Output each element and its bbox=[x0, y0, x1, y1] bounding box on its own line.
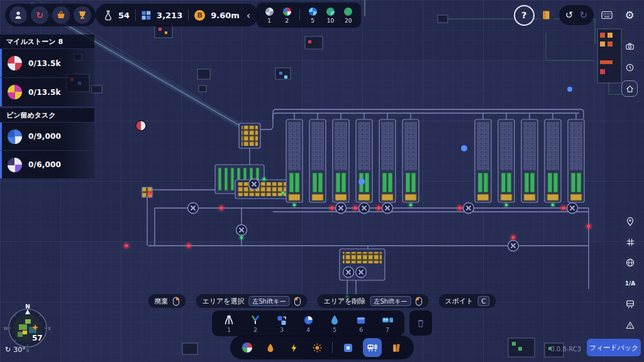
tool-hotkey: 7 bbox=[386, 327, 389, 333]
help-button[interactable]: ? bbox=[515, 6, 533, 25]
pinned-tasks-header: ピン留めタスク bbox=[0, 108, 94, 122]
trophy-icon bbox=[77, 10, 87, 20]
rotation-indicator[interactable]: ↻ 30° bbox=[5, 346, 26, 354]
task-progress: 0/9,000 bbox=[28, 132, 61, 141]
train-wagons-icon bbox=[382, 314, 394, 326]
milestone-item[interactable]: 0/13.5k bbox=[0, 78, 94, 106]
multiplier-option-10[interactable]: 10 bbox=[325, 6, 336, 24]
dock-heat-button[interactable] bbox=[309, 339, 325, 356]
version-label: 0.0.8-RC3 bbox=[550, 346, 581, 353]
belts-icon bbox=[223, 314, 235, 326]
rotator-icon bbox=[276, 314, 287, 326]
dock-shapes-button[interactable] bbox=[239, 339, 255, 356]
hint-key-badge: 左Shiftキー bbox=[249, 296, 290, 306]
achievements-button[interactable] bbox=[74, 6, 91, 24]
grid-icon bbox=[626, 238, 635, 247]
photo-mode-button[interactable] bbox=[621, 38, 638, 54]
blueprint-coin-icon: B bbox=[194, 10, 205, 21]
shapes-count-value: 3,213 bbox=[157, 11, 182, 20]
research-flask-icon bbox=[104, 10, 113, 21]
trash-tool[interactable] bbox=[409, 310, 432, 336]
location-pin-icon bbox=[625, 216, 635, 227]
multiplier-option-5[interactable]: 5 bbox=[308, 6, 318, 24]
tool-hotkey: 1 bbox=[227, 327, 231, 333]
tool-cutters[interactable]: 4 bbox=[295, 312, 321, 334]
trains-overlay-button[interactable] bbox=[621, 295, 639, 313]
compass-south-label: S bbox=[26, 348, 30, 353]
pinned-tasks-panel: ピン留めタスク 0/9,000 0/6,000 bbox=[0, 108, 94, 178]
tool-hotkey: 4 bbox=[306, 327, 310, 333]
tool-storage[interactable]: 6 bbox=[348, 312, 374, 334]
multiplier-count: 20 bbox=[345, 18, 352, 24]
resource-counters: 54 3,213 B 9.60m ‹ bbox=[96, 4, 258, 26]
waypoints-button[interactable] bbox=[621, 212, 639, 230]
view-tools bbox=[621, 38, 638, 97]
tool-transport[interactable]: 1 bbox=[216, 312, 242, 334]
dock-trains-button[interactable] bbox=[363, 338, 382, 357]
basket-icon bbox=[56, 10, 66, 20]
grid-toggle-button[interactable] bbox=[621, 233, 639, 251]
feedback-button[interactable]: フィードバック bbox=[587, 339, 641, 356]
shape-icon bbox=[264, 6, 275, 17]
dock-fluids-button[interactable] bbox=[262, 339, 279, 356]
home-button[interactable] bbox=[621, 80, 638, 97]
multiplier-option-20[interactable]: 20 bbox=[343, 6, 353, 24]
crate-icon bbox=[355, 314, 367, 326]
sun-icon bbox=[312, 343, 323, 353]
restart-button[interactable]: ↻ bbox=[31, 6, 48, 24]
tool-rotators[interactable]: 3 bbox=[269, 312, 295, 334]
wiki-button[interactable] bbox=[537, 6, 555, 25]
shape-icon bbox=[308, 6, 318, 17]
history-controls: ↺ ↻ bbox=[559, 5, 594, 25]
milestone-item[interactable]: 0/13.5k bbox=[0, 49, 94, 77]
dock-platform-button[interactable] bbox=[340, 339, 356, 356]
shop-button[interactable] bbox=[52, 6, 70, 24]
tool-shapes[interactable]: 2 bbox=[242, 312, 269, 334]
rotate-icon: ↻ bbox=[36, 10, 43, 20]
settings-button[interactable]: ⚙ bbox=[620, 6, 639, 25]
dock-library-button[interactable] bbox=[389, 339, 405, 356]
research-points-value: 54 bbox=[118, 11, 130, 20]
globe-view-button[interactable] bbox=[621, 254, 639, 272]
currency-value: 9.60m bbox=[211, 11, 240, 20]
shortcuts-button[interactable] bbox=[597, 6, 616, 25]
undo-icon[interactable]: ↺ bbox=[565, 9, 574, 21]
tool-hotkey: 3 bbox=[280, 327, 284, 333]
fluid-drop-icon bbox=[265, 343, 275, 353]
player-button[interactable] bbox=[9, 6, 27, 24]
alerts-button[interactable] bbox=[621, 316, 639, 334]
mouse-right-click-icon bbox=[172, 297, 179, 306]
history-button[interactable] bbox=[621, 59, 638, 75]
train-icon bbox=[625, 299, 635, 309]
collapse-chevron[interactable]: ‹ bbox=[245, 9, 251, 21]
milestone-shape-icon bbox=[6, 55, 23, 72]
hotkey-hints: 廃棄 エリアを選択 左Shiftキー エリアを削除 左Shiftキー スポイト … bbox=[148, 294, 496, 308]
dock-energy-button[interactable] bbox=[286, 339, 302, 356]
multiplier-option-2[interactable]: 2 bbox=[282, 6, 292, 24]
compass-north-label: N bbox=[25, 304, 30, 310]
camera-icon bbox=[625, 42, 635, 50]
task-shape-icon bbox=[6, 156, 23, 173]
books-icon bbox=[392, 343, 402, 353]
milestone-progress: 0/13.5k bbox=[28, 88, 61, 97]
hint-delete-area: エリアを削除 左Shiftキー bbox=[317, 294, 428, 308]
layer-label: 1/A bbox=[625, 280, 636, 287]
shape-icon bbox=[325, 6, 336, 17]
tool-trains[interactable]: 7 bbox=[374, 312, 401, 334]
hint-label: エリアを削除 bbox=[323, 297, 365, 306]
mouse-left-click-icon bbox=[415, 297, 422, 306]
hint-label: エリアを選択 bbox=[202, 297, 244, 306]
hint-key-badge: 左Shiftキー bbox=[370, 296, 411, 306]
hint-select-area: エリアを選択 左Shiftキー bbox=[196, 294, 307, 308]
multiplier-count: 10 bbox=[327, 18, 334, 24]
task-item[interactable]: 0/6,000 bbox=[0, 151, 94, 178]
redo-icon[interactable]: ↻ bbox=[579, 9, 587, 21]
shape-icon bbox=[343, 6, 353, 17]
multiplier-count: 2 bbox=[286, 18, 289, 24]
multiplier-option-1[interactable]: 1 bbox=[264, 6, 275, 24]
tool-fluids[interactable]: 5 bbox=[321, 312, 348, 334]
platform-icon bbox=[344, 344, 352, 352]
compass-west-label: W bbox=[4, 326, 8, 331]
task-item[interactable]: 0/9,000 bbox=[0, 123, 94, 150]
layer-indicator-button[interactable]: 1/A bbox=[621, 275, 639, 292]
